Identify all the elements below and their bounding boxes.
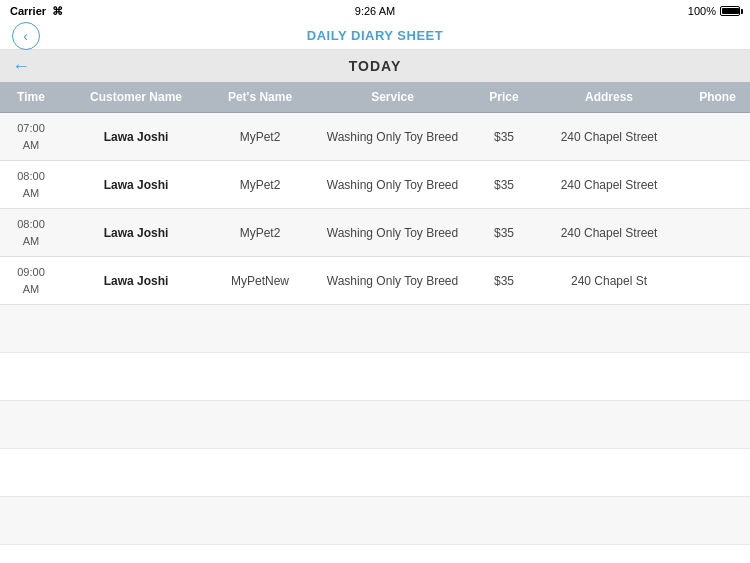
cell-phone xyxy=(685,179,750,191)
status-time: 9:26 AM xyxy=(355,5,395,17)
back-arrow-icon: ‹ xyxy=(23,29,28,43)
cell-address: 240 Chapel Street xyxy=(533,172,685,198)
carrier-label: Carrier xyxy=(10,5,46,17)
battery-icon xyxy=(720,6,740,16)
cell-time: 09:00 AM xyxy=(0,258,62,303)
cell-customer-name: Lawa Joshi xyxy=(62,220,210,246)
back-button[interactable]: ‹ xyxy=(12,22,40,50)
status-right: 100% xyxy=(688,5,740,17)
empty-row xyxy=(0,401,750,449)
cell-service: Washing Only Toy Breed xyxy=(310,172,475,198)
cell-price: $35 xyxy=(475,124,533,150)
cell-price: $35 xyxy=(475,268,533,294)
header-customer-name: Customer Name xyxy=(62,82,210,112)
cell-price: $35 xyxy=(475,220,533,246)
cell-pet-name: MyPet2 xyxy=(210,172,310,198)
cell-address: 240 Chapel St xyxy=(533,268,685,294)
cell-service: Washing Only Toy Breed xyxy=(310,268,475,294)
cell-service: Washing Only Toy Breed xyxy=(310,220,475,246)
cell-price: $35 xyxy=(475,172,533,198)
table-header: Time Customer Name Pet's Name Service Pr… xyxy=(0,82,750,113)
cell-service: Washing Only Toy Breed xyxy=(310,124,475,150)
cell-phone xyxy=(685,227,750,239)
header-phone: Phone xyxy=(685,82,750,112)
nav-title: DAILY DIARY SHEET xyxy=(307,28,443,43)
header-time: Time xyxy=(0,82,62,112)
status-left: Carrier ⌘ xyxy=(10,5,63,18)
battery-label: 100% xyxy=(688,5,716,17)
cell-phone xyxy=(685,131,750,143)
cell-pet-name: MyPet2 xyxy=(210,220,310,246)
header-pet-name: Pet's Name xyxy=(210,82,310,112)
cell-phone xyxy=(685,275,750,287)
empty-row xyxy=(0,497,750,545)
empty-row xyxy=(0,449,750,497)
table-row[interactable]: 09:00 AM Lawa Joshi MyPetNew Washing Onl… xyxy=(0,257,750,305)
table-row[interactable]: 08:00 AM Lawa Joshi MyPet2 Washing Only … xyxy=(0,209,750,257)
header-service: Service xyxy=(310,82,475,112)
cell-address: 240 Chapel Street xyxy=(533,124,685,150)
cell-time: 08:00 AM xyxy=(0,162,62,207)
header-price: Price xyxy=(475,82,533,112)
cell-time: 08:00 AM xyxy=(0,210,62,255)
cell-address: 240 Chapel Street xyxy=(533,220,685,246)
table-row[interactable]: 07:00 AM Lawa Joshi MyPet2 Washing Only … xyxy=(0,113,750,161)
empty-row xyxy=(0,305,750,353)
wifi-icon: ⌘ xyxy=(52,5,63,18)
header-address: Address xyxy=(533,82,685,112)
nav-bar: ‹ DAILY DIARY SHEET xyxy=(0,22,750,50)
table-row[interactable]: 08:00 AM Lawa Joshi MyPet2 Washing Only … xyxy=(0,161,750,209)
cell-customer-name: Lawa Joshi xyxy=(62,268,210,294)
cell-customer-name: Lawa Joshi xyxy=(62,124,210,150)
cell-pet-name: MyPet2 xyxy=(210,124,310,150)
prev-date-button[interactable]: ← xyxy=(12,56,30,77)
cell-time: 07:00 AM xyxy=(0,114,62,159)
status-bar: Carrier ⌘ 9:26 AM 100% xyxy=(0,0,750,22)
table-body: 07:00 AM Lawa Joshi MyPet2 Washing Only … xyxy=(0,113,750,545)
date-navigation: ← TODAY xyxy=(0,50,750,82)
cell-pet-name: MyPetNew xyxy=(210,268,310,294)
empty-row xyxy=(0,353,750,401)
today-label: TODAY xyxy=(349,58,401,74)
cell-customer-name: Lawa Joshi xyxy=(62,172,210,198)
